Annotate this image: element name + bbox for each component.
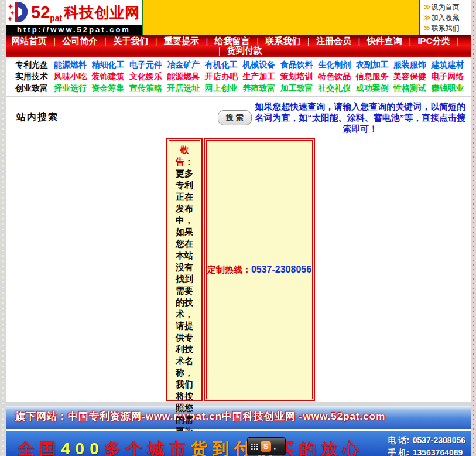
category-link[interactable]: 性格测试: [393, 83, 431, 94]
main-nav: 网站首页｜公司简介｜关于我们｜重要提示｜给我留言｜联系我们｜注册会员｜快件查询｜…: [6, 35, 471, 57]
category-grid: 专利光盘能源燃料精细化工电子元件冶金矿产有机化工机械设备食品饮料生化制剂农副加工…: [6, 57, 471, 97]
category-link[interactable]: 机械设备: [242, 60, 280, 70]
category-link[interactable]: 加工致富: [280, 83, 318, 94]
double-arrow-icon: ≫: [423, 24, 431, 32]
nav-item-3[interactable]: 关于我们: [113, 36, 148, 46]
nav-separator: ｜: [203, 36, 211, 46]
contact-line-2: 手 机:13563764089: [388, 447, 465, 456]
category-link[interactable]: 文化娱乐: [129, 72, 167, 82]
category-row-label: 专利光盘: [15, 60, 54, 70]
contact-value: 13563764089: [413, 448, 463, 456]
nav-separator: ｜: [101, 36, 110, 46]
nav-item-7[interactable]: 注册会员: [316, 36, 351, 46]
ime-toolbar[interactable]: S –▾: [247, 437, 286, 455]
category-link[interactable]: 服装服饰: [393, 60, 431, 70]
hotline-box-inner: 定制热线：0537-2308056: [206, 140, 313, 399]
category-link[interactable]: 有机化工: [205, 60, 242, 70]
hotline-box: 定制热线：0537-2308056: [204, 138, 315, 401]
category-link[interactable]: 生化制剂: [318, 60, 355, 70]
search-input[interactable]: [67, 111, 213, 124]
search-hint-text: 如果您想快速查询，请输入您查询的关键词，以简短的名词为宜，如“太阳能、涂料、蓄电…: [252, 101, 469, 134]
category-link[interactable]: 能源燃料: [54, 60, 91, 70]
page: 52pat 科技创业网 http://www.52pat.com ≫设为首页≫加…: [6, 0, 471, 456]
nav-separator: ｜: [355, 36, 364, 46]
banner-segment: 多个城市: [104, 440, 191, 456]
category-row-label: 创业致富: [15, 83, 54, 94]
double-arrow-icon: ≫: [423, 13, 431, 22]
category-link[interactable]: 资金筹集: [91, 83, 129, 94]
logo-52-text: 52: [31, 4, 50, 21]
category-link[interactable]: 能源燃具: [167, 72, 204, 82]
nav-item-8[interactable]: 快件查询: [367, 36, 402, 46]
category-link[interactable]: 冶金矿产: [167, 60, 204, 70]
banner-segment: 400: [61, 440, 104, 456]
category-link[interactable]: 宣传策略: [129, 83, 167, 94]
category-link[interactable]: 网上创业: [205, 83, 242, 94]
category-link[interactable]: 赚钱职业: [432, 83, 469, 94]
nav-item-11[interactable]: 货到付款: [227, 45, 262, 55]
category-link[interactable]: 美容保健: [393, 72, 431, 82]
hotline-number: 0537-2308056: [251, 264, 311, 275]
logo-row: 52pat 科技创业网: [6, 0, 142, 25]
category-link[interactable]: 电子网络: [432, 72, 469, 82]
nav-separator: ｜: [304, 36, 313, 46]
contact-line-1: 电 话:0537-2308056: [388, 434, 465, 447]
category-link[interactable]: 开店选址: [167, 83, 204, 94]
nav-item-5[interactable]: 给我留言: [215, 36, 250, 46]
logo-site-name: 科技创业网: [64, 3, 140, 22]
notice-box-inner: 敬告：更多专利正在发布中，如果您在本站没有找到需要的技术，请提供专利技术名称，我…: [169, 140, 200, 399]
quick-link-label: 设为首页: [432, 3, 460, 11]
category-link[interactable]: 特色饮品: [318, 72, 355, 82]
category-link[interactable]: 择业选行: [54, 83, 91, 94]
category-link[interactable]: 风味小吃: [54, 72, 91, 82]
category-link[interactable]: 开店办吧: [205, 72, 242, 82]
category-link[interactable]: 电子元件: [129, 60, 167, 70]
quick-link-label: 加入收藏: [432, 13, 460, 22]
nav-item-6[interactable]: 联系我们: [265, 36, 300, 46]
ime-controls: –▾: [273, 443, 276, 451]
banner-segment: 买的放心: [278, 440, 364, 456]
banner-segment: 全国: [18, 440, 61, 456]
nav-separator: ｜: [215, 45, 224, 55]
category-link[interactable]: 信息服务: [356, 72, 393, 82]
category-link[interactable]: 策划培训: [280, 72, 318, 82]
category-link[interactable]: 装饰建筑: [91, 72, 129, 82]
category-row-3: 创业致富择业选行资金筹集宣传策略开店选址网上创业养殖致富加工致富社交礼仪成功案例…: [15, 83, 469, 94]
nav-item-9[interactable]: IPC分类: [417, 36, 450, 46]
quick-link-3[interactable]: ≫联系我们: [423, 23, 471, 33]
category-links: 能源燃料精细化工电子元件冶金矿产有机化工机械设备食品饮料生化制剂农副加工服装服饰…: [54, 60, 469, 70]
category-link[interactable]: 建筑建材: [432, 60, 469, 70]
right-edge-pattern: [471, 0, 476, 456]
subsites-bar[interactable]: 旗下网站：中国专利资源网-www.mypat.cn中国科技创业网 -www.52…: [6, 406, 471, 429]
quick-link-2[interactable]: ≫加入收藏: [423, 12, 471, 23]
contact-label: 电 话:: [388, 434, 413, 447]
search-label: 站内搜索: [16, 111, 59, 124]
nav-separator: ｜: [50, 36, 59, 46]
hotline-label: 定制热线：: [207, 264, 251, 275]
category-link[interactable]: 生产加工: [242, 72, 280, 82]
header: 52pat 科技创业网 http://www.52pat.com ≫设为首页≫加…: [6, 0, 471, 35]
category-link[interactable]: 养殖致富: [242, 83, 280, 94]
category-links: 风味小吃装饰建筑文化娱乐能源燃具开店办吧生产加工策划培训特色饮品信息服务美容保健…: [54, 72, 469, 82]
main-content: 敬告：更多专利正在发布中，如果您在本站没有找到需要的技术，请提供专利技术名称，我…: [6, 137, 471, 402]
site-logo[interactable]: 52pat 科技创业网 http://www.52pat.com: [6, 0, 143, 35]
search-button[interactable]: 搜 索: [218, 110, 252, 125]
double-arrow-icon: ≫: [423, 3, 431, 11]
contact-label: 手 机:: [388, 447, 413, 456]
quick-link-1[interactable]: ≫设为首页: [423, 2, 471, 12]
contact-value: 0537-2308056: [413, 435, 465, 445]
nav-separator: ｜: [453, 36, 462, 46]
promo-banner: 全国400多个城市货到付款买的放心 S –▾ 电 话:0537-2308056手…: [6, 431, 471, 456]
category-link[interactable]: 农副加工: [356, 60, 393, 70]
keyboard-icon: [251, 443, 258, 450]
category-link[interactable]: 精细化工: [91, 60, 129, 70]
contact-info: 电 话:0537-2308056手 机:13563764089Q Q:38628…: [388, 434, 465, 456]
sogou-s-icon: S: [261, 441, 271, 452]
nav-item-2[interactable]: 公司简介: [63, 36, 98, 46]
category-link[interactable]: 社交礼仪: [318, 83, 355, 94]
category-link[interactable]: 成功案例: [356, 83, 393, 94]
nav-item-4[interactable]: 重要提示: [164, 36, 199, 46]
nav-item-1[interactable]: 网站首页: [12, 36, 47, 46]
category-link[interactable]: 食品饮料: [280, 60, 318, 70]
chevron-down-icon: ▾: [273, 447, 276, 451]
